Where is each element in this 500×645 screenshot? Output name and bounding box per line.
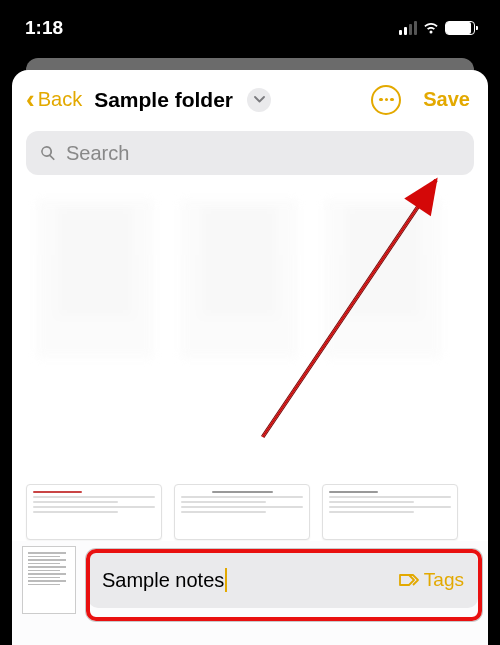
title-input-bar: Sample notes Tags — [12, 541, 488, 645]
navigation-bar: ‹ Back Sample folder Save — [12, 70, 488, 125]
document-page-thumbnail[interactable] — [26, 484, 162, 540]
ellipsis-icon — [379, 98, 383, 102]
document-page-thumbnail[interactable] — [174, 484, 310, 540]
note-title-text: Sample notes — [102, 568, 227, 592]
search-placeholder: Search — [66, 142, 129, 165]
wifi-icon — [422, 21, 440, 35]
cellular-icon — [399, 21, 417, 35]
save-button[interactable]: Save — [423, 88, 470, 111]
tags-icon — [398, 572, 420, 588]
back-label: Back — [38, 88, 82, 111]
folder-dropdown[interactable] — [247, 88, 271, 112]
status-bar: 1:18 — [0, 0, 500, 55]
search-input[interactable]: Search — [26, 131, 474, 175]
folder-title: Sample folder — [94, 88, 233, 112]
note-title-input[interactable]: Sample notes Tags — [88, 552, 478, 608]
note-thumbnail[interactable] — [324, 199, 442, 359]
tags-label: Tags — [424, 569, 464, 591]
more-options-button[interactable] — [371, 85, 401, 115]
chevron-left-icon: ‹ — [26, 84, 35, 115]
back-button[interactable]: ‹ Back — [26, 84, 82, 115]
status-time: 1:18 — [25, 17, 63, 39]
battery-icon — [445, 21, 475, 35]
document-page-thumbnail[interactable] — [322, 484, 458, 540]
search-icon — [38, 143, 58, 163]
notes-grid — [12, 189, 488, 439]
current-page-thumbnail[interactable] — [22, 546, 76, 614]
chevron-down-icon — [254, 96, 265, 103]
tags-button[interactable]: Tags — [398, 569, 464, 591]
text-cursor — [225, 568, 227, 592]
status-indicators — [399, 21, 475, 35]
modal-sheet: ‹ Back Sample folder Save Search — [12, 70, 488, 645]
document-thumbnails — [26, 484, 474, 540]
note-thumbnail[interactable] — [180, 199, 298, 359]
note-thumbnail[interactable] — [36, 199, 154, 359]
